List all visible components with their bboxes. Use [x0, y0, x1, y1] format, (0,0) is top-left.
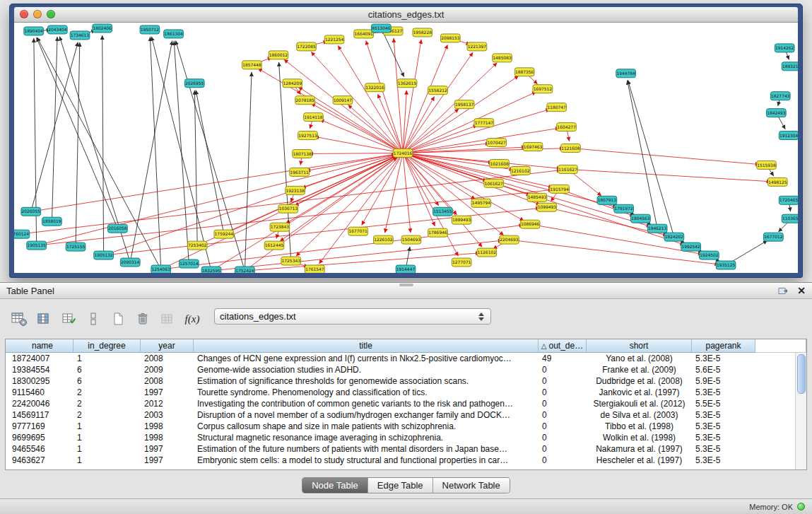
- column-header-title[interactable]: title: [194, 339, 539, 353]
- column-header-in_degree[interactable]: in_degree: [73, 339, 141, 353]
- graph-node[interactable]: 1725155: [66, 243, 86, 251]
- window-titlebar[interactable]: citations_edges.txt: [14, 7, 798, 23]
- graph-node[interactable]: 1485493: [527, 193, 547, 201]
- graph-node[interactable]: 2098153: [440, 34, 460, 42]
- table-selector-combobox[interactable]: citations_edges.txt: [214, 308, 491, 325]
- graph-node[interactable]: 1914262: [775, 44, 794, 52]
- graph-node[interactable]: 1759244: [214, 230, 234, 238]
- graph-node[interactable]: 1677012: [764, 233, 784, 241]
- graph-node[interactable]: 1905135: [27, 241, 47, 250]
- graph-node[interactable]: 1257014: [179, 259, 199, 268]
- graph-node[interactable]: 1914447: [396, 265, 416, 273]
- table-row[interactable]: 1830029562008Estimation of significance …: [6, 375, 806, 387]
- graph-node[interactable]: 1221397: [467, 42, 487, 51]
- graph-node[interactable]: 1061627: [484, 179, 504, 187]
- graph-node[interactable]: 1664091: [354, 30, 374, 38]
- column-header-year[interactable]: year: [141, 339, 194, 353]
- graph-node[interactable]: 1725343: [281, 257, 301, 265]
- table-row[interactable]: 2242004622012Investigating the contribut…: [6, 398, 806, 409]
- graph-node[interactable]: 1752424: [235, 267, 255, 273]
- graph-node[interactable]: 1861304: [164, 30, 184, 38]
- graph-node[interactable]: 1867913: [597, 196, 617, 204]
- graph-node[interactable]: 2026955: [184, 79, 204, 88]
- network-view-window[interactable]: citations_edges.txt 17240161857448186001…: [9, 4, 803, 278]
- tab-edge-table[interactable]: Edge Table: [368, 478, 433, 493]
- graph-node[interactable]: 1914118: [304, 113, 324, 122]
- graph-node[interactable]: 1284209: [283, 79, 302, 88]
- graph-node[interactable]: 1121608: [561, 144, 581, 153]
- table-row[interactable]: 1872400712008Changes of HCN gene express…: [6, 353, 806, 364]
- close-panel-button[interactable]: ✕: [797, 286, 806, 296]
- graph-node[interactable]: 2090314: [120, 258, 140, 267]
- graph-node[interactable]: 1697463: [523, 143, 543, 151]
- graph-node[interactable]: 1915794: [550, 185, 570, 193]
- graph-node[interactable]: 1504693: [401, 235, 421, 244]
- graph-node[interactable]: 8513046: [372, 24, 392, 33]
- graph-node[interactable]: 1604277: [557, 123, 577, 132]
- graph-node[interactable]: 1513455: [433, 207, 453, 216]
- graph-node[interactable]: 1992542: [681, 243, 701, 251]
- graph-node[interactable]: 1827743: [770, 92, 790, 100]
- table-row[interactable]: 1456911722003Disruption of a novel membe…: [6, 409, 806, 421]
- graph-node[interactable]: 1161627: [558, 165, 578, 173]
- graph-node[interactable]: 1036713: [278, 204, 298, 213]
- graph-node[interactable]: 1807138: [293, 149, 312, 158]
- graph-node[interactable]: 1786946: [428, 228, 448, 237]
- graph-node[interactable]: 2204693: [500, 235, 519, 244]
- graph-node[interactable]: 1070427: [487, 139, 507, 147]
- graph-node[interactable]: 2016058: [108, 224, 128, 233]
- graph-node[interactable]: 1485083: [493, 54, 512, 62]
- graph-node[interactable]: 1904563: [631, 214, 651, 223]
- delete-column-button[interactable]: [134, 310, 152, 328]
- graph-node[interactable]: 1722085: [297, 42, 317, 51]
- graph-node[interactable]: 1963711: [290, 168, 310, 176]
- graph-node[interactable]: 1905132: [94, 251, 114, 259]
- graph-node[interactable]: 1723843: [270, 223, 290, 231]
- graph-node[interactable]: 1362615: [397, 79, 417, 88]
- graph-node[interactable]: 1858019: [42, 217, 62, 226]
- graph-node[interactable]: 1935125: [716, 261, 736, 269]
- column-header-pagerank[interactable]: pagerank: [692, 339, 755, 353]
- citation-network-graph[interactable]: 1724016185744818600121722085122125416640…: [14, 23, 798, 273]
- table-row[interactable]: 946554611997Estimation of the future num…: [6, 443, 806, 455]
- network-canvas[interactable]: 1724016185744818600121722085122125416640…: [14, 23, 798, 273]
- graph-node[interactable]: 7253402: [187, 241, 207, 250]
- graph-node[interactable]: 1734613: [70, 31, 90, 40]
- tab-network-table[interactable]: Network Table: [433, 478, 510, 493]
- graph-node[interactable]: 1495794: [471, 199, 491, 207]
- minimize-window-button[interactable]: [33, 10, 42, 18]
- graph-node[interactable]: 1887356: [514, 68, 534, 76]
- graph-node[interactable]: 1226102: [373, 235, 393, 244]
- graph-node[interactable]: 1927513: [298, 132, 318, 140]
- graph-node[interactable]: 1924502: [700, 251, 719, 259]
- graph-node[interactable]: 1950712: [140, 25, 160, 34]
- graph-node[interactable]: 1103654: [782, 214, 798, 223]
- graph-node[interactable]: 2043404: [47, 25, 67, 34]
- graph-node[interactable]: 1322016: [365, 83, 385, 92]
- zoom-window-button[interactable]: [47, 10, 55, 18]
- column-header-name[interactable]: name: [6, 339, 73, 353]
- graph-node[interactable]: 1677071: [348, 227, 368, 235]
- graph-node[interactable]: 1515938: [757, 160, 777, 169]
- graph-node[interactable]: 1802406: [93, 24, 112, 33]
- graph-node[interactable]: 1893212: [782, 62, 798, 71]
- graph-node[interactable]: 1912304: [779, 132, 798, 140]
- table-row[interactable]: 911546021997Tourette syndrome. Phenomeno…: [6, 387, 806, 398]
- table-settings-button[interactable]: [10, 310, 28, 328]
- row-mode-button[interactable]: [84, 310, 102, 328]
- graph-node[interactable]: 1860012: [269, 51, 288, 59]
- table-row[interactable]: 977716911998Corpus callosum shape and si…: [6, 421, 806, 432]
- graph-node[interactable]: 1944784: [616, 69, 636, 78]
- graph-node[interactable]: 1221254: [324, 35, 344, 44]
- table-row[interactable]: 969969511998Structural magnetic resonanc…: [6, 432, 806, 443]
- graph-node[interactable]: 1720465: [779, 196, 798, 204]
- panel-resize-grip[interactable]: [399, 284, 413, 286]
- graph-node[interactable]: 1890404: [24, 27, 44, 35]
- function-builder-button[interactable]: f(x): [183, 310, 201, 328]
- column-header-out_degree[interactable]: △out_de…: [539, 339, 587, 353]
- graph-node[interactable]: 1899493: [452, 216, 471, 224]
- close-window-button[interactable]: [20, 10, 28, 18]
- column-header-short[interactable]: short: [587, 339, 692, 353]
- graph-node[interactable]: 1099493: [537, 203, 557, 211]
- graph-node[interactable]: 1761547: [305, 265, 325, 273]
